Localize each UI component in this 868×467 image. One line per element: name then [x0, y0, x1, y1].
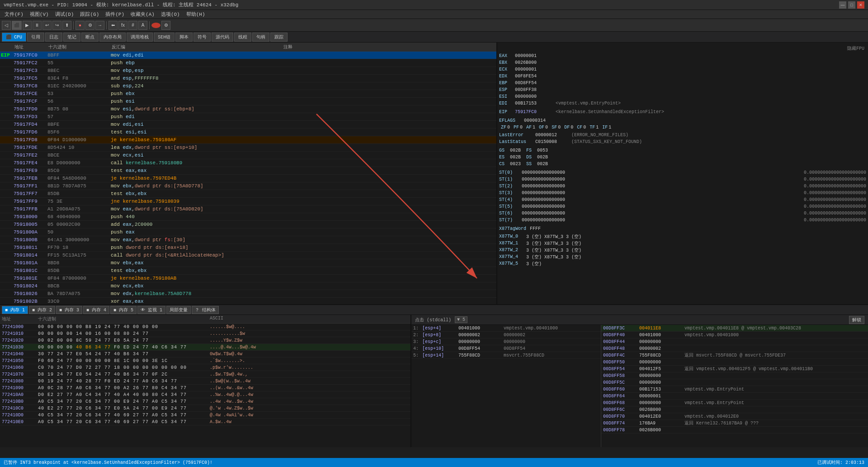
- tab-log[interactable]: 日志: [45, 33, 62, 42]
- table-row[interactable]: 75917FF9 75 3E jne kernelbase.75918039: [0, 198, 496, 205]
- table-row[interactable]: 75917FD6 85F6 test esi,esi: [0, 129, 496, 136]
- tab-cpu[interactable]: ⬛ CPU: [2, 33, 26, 42]
- list-item[interactable]: 1: [esp+4] 00401000 vmptest.vmp.00401000: [411, 325, 601, 332]
- table-row[interactable]: 75917FE2 8BCE mov ecx,esi: [0, 152, 496, 159]
- table-row[interactable]: 75917FD4 8BFE mov edi,esi: [0, 121, 496, 129]
- list-item[interactable]: 00D8FF48 00000002: [601, 345, 868, 352]
- list-item[interactable]: 00D8FF58 00000000: [601, 372, 868, 379]
- table-row[interactable]: 75918026 BA 78D7A075 mov edx,kernelbase.…: [0, 290, 496, 298]
- list-item[interactable]: 77241000 00 00 00 00 00 B8 19 24 77 40 0…: [0, 324, 410, 330]
- tb-step-out[interactable]: ⬆: [62, 21, 71, 30]
- menu-trace[interactable]: 跟踪(G): [77, 10, 102, 19]
- table-row[interactable]: 7591801C 85DB test ebx,ebx: [0, 267, 496, 275]
- list-item[interactable]: 77241030 00 00 00 00 40 B6 34 77 F0 ED 2…: [0, 344, 410, 351]
- list-item[interactable]: 77241060 C0 70 24 77 D0 72 27 77 18 00 0…: [0, 364, 410, 371]
- fp-label[interactable]: 隐藏FPU: [499, 44, 866, 52]
- menu-options[interactable]: 选项(O): [158, 10, 183, 19]
- tab-trace2[interactable]: 跟踪: [270, 33, 288, 42]
- reg-val-eflags[interactable]: 00000314: [524, 118, 565, 123]
- list-item[interactable]: 00D8FF4C 755F88CD 返回 msvcrt.755F88CD @ m…: [601, 352, 868, 359]
- menu-fav[interactable]: 收藏夹(A): [128, 10, 157, 19]
- table-row[interactable]: 75917FD3 57 push edi: [0, 113, 496, 121]
- table-row[interactable]: 75918011 FF70 18 push dword ptr ds:[eax+…: [0, 244, 496, 252]
- tab-mem4[interactable]: ■ 内存 4: [83, 306, 109, 314]
- table-row[interactable]: 75918005 05 00002C00 add eax,2C0000: [0, 221, 496, 229]
- tab-memlayout[interactable]: 内存布局: [99, 33, 126, 42]
- tab-mem2[interactable]: ■ 内存 2: [29, 306, 55, 314]
- reg-val-esp[interactable]: 00D8FF38: [515, 87, 556, 92]
- tab-notes[interactable]: 笔记: [63, 33, 80, 42]
- list-item[interactable]: 77241010 00 00 00 00 14 00 16 00 08 80 2…: [0, 330, 410, 337]
- list-item[interactable]: 5: [esp+14] 755F88CD msvcrt.755F88CD: [411, 352, 601, 359]
- tb-options[interactable]: ⚙: [161, 21, 170, 30]
- table-row[interactable]: 75917FE4 E8 D0000000 call kernelbase.759…: [0, 159, 496, 167]
- list-item[interactable]: 772410C0 40 E2 27 77 20 C6 34 77 E0 5A 2…: [0, 405, 410, 412]
- tb-bp[interactable]: ●: [75, 21, 85, 30]
- tb-restart[interactable]: ◁: [2, 21, 11, 30]
- menu-debug[interactable]: 调试(D): [52, 10, 77, 19]
- table-row[interactable]: 75917FCF 56 push esi: [0, 98, 496, 105]
- list-item[interactable]: 77241090 A0 0C 28 77 A0 C6 34 77 00 A2 2…: [0, 385, 410, 391]
- stack-unlock-button[interactable]: 解锁: [849, 316, 864, 324]
- lasterr-val[interactable]: 00000012: [535, 133, 571, 138]
- list-item[interactable]: 00D8FF60 00B17153 vmptest.vmp.EntryPoint: [601, 386, 868, 393]
- tb-stop[interactable]: ⬛: [12, 21, 22, 30]
- reg-val-eip[interactable]: 75917FC0: [515, 110, 556, 114]
- table-row[interactable]: 75917FEB 0F84 5A6D0600 je kernelbase.759…: [0, 175, 496, 182]
- tab-locals[interactable]: 局部变量: [166, 306, 191, 314]
- list-item[interactable]: 2: [esp+8] 00000002 00000002: [411, 332, 601, 338]
- tab-threads[interactable]: 线程: [234, 33, 251, 42]
- list-item[interactable]: 00D8FF3C 004011E8 vmptest.vmp.004011E8 @…: [601, 325, 868, 332]
- reg-val-ebp[interactable]: 00D8FF54: [515, 81, 556, 86]
- tb-pause[interactable]: ⏸: [33, 21, 42, 30]
- table-row[interactable]: 75918000 68 40040000 push 440: [0, 213, 496, 221]
- table-row[interactable]: 75917FD0 8B75 08 mov esi,dword ptr ss:[e…: [0, 105, 496, 113]
- table-row[interactable]: 7591801A 8BD8 mov ebx,eax: [0, 259, 496, 267]
- menu-help[interactable]: 帮助(H): [184, 10, 208, 19]
- disasm-scroll[interactable]: 地址 十六进制 反汇编 注释 EIP 75917FC0 8BFF mov edi…: [0, 43, 496, 304]
- table-row[interactable]: 75917FD8 0F84 D1000000 je kernelbase.759…: [0, 136, 496, 144]
- table-row[interactable]: 75917FCE 53 push ebx: [0, 90, 496, 98]
- table-row[interactable]: 75917FC2 55 push ebp: [0, 59, 496, 67]
- list-item[interactable]: 00D8FF44 00000000: [601, 338, 868, 345]
- list-item[interactable]: 772410A0 D0 E2 27 77 A0 C4 34 77 40 A4 4…: [0, 391, 410, 398]
- tb-trace[interactable]: →: [95, 21, 104, 30]
- list-item[interactable]: 00D8FF6C 0026B000: [601, 406, 868, 413]
- tb-goto[interactable]: ⬅: [108, 21, 118, 30]
- tb-hash[interactable]: #: [128, 21, 137, 30]
- reg-val-edi[interactable]: 00B17153: [515, 101, 556, 106]
- list-item[interactable]: 00D8FF50 00000000: [601, 359, 868, 366]
- tab-watch1[interactable]: 👁 监视 1: [137, 306, 165, 314]
- table-row[interactable]: 7591801E 0F84 87000000 je kernelbase.759…: [0, 275, 496, 282]
- tab-struct[interactable]: ？ 结构体: [192, 306, 219, 314]
- table-row[interactable]: 75918024 8BCB mov ecx,ebx: [0, 282, 496, 290]
- reg-val-edx[interactable]: 00F8FE54: [515, 74, 556, 79]
- tab-handles[interactable]: 句柄: [252, 33, 269, 42]
- raw-stack-panel[interactable]: 00D8FF3C 004011E8 vmptest.vmp.004011E8 @…: [601, 325, 868, 447]
- reg-val-ecx[interactable]: 00000001: [515, 67, 556, 72]
- tab-bp[interactable]: 断点: [81, 33, 99, 42]
- tb-run[interactable]: ▶: [23, 21, 32, 30]
- tab-symbols[interactable]: 符号: [193, 33, 211, 42]
- disasm-row-eip[interactable]: EIP 75917FC0 8BFF mov edi,edi: [0, 52, 496, 59]
- tab-seh[interactable]: SEH链: [154, 33, 175, 42]
- list-item[interactable]: 772410D0 40 C5 34 77 20 C6 34 77 40 69 2…: [0, 412, 410, 419]
- tab-mem3[interactable]: ■ 内存 3: [56, 306, 82, 314]
- list-item[interactable]: 3: [esp+c] 00000000 00000000: [411, 338, 601, 345]
- tb-log[interactable]: [151, 23, 160, 28]
- table-row[interactable]: 75917FC3 8BEC mov ebp,esp: [0, 67, 496, 75]
- list-item[interactable]: 772410E0 A0 C5 34 77 20 C6 34 77 40 69 2…: [0, 419, 410, 425]
- tb-mem-bp[interactable]: ⚙: [85, 21, 94, 30]
- table-row[interactable]: 7591800A 50 push eax: [0, 229, 496, 236]
- close-button[interactable]: ✕: [857, 1, 864, 9]
- list-item[interactable]: 00D8FF64 00000001: [601, 393, 868, 400]
- list-item[interactable]: 00D8FF78 0026B000: [601, 427, 868, 434]
- table-row[interactable]: 75917FDE 8D5424 10 lea edx,dword ptr ss:…: [0, 144, 496, 152]
- table-row[interactable]: 75917FC8 81EC 24020000 sub esp,224: [0, 82, 496, 90]
- list-item[interactable]: 77241020 00 02 00 00 8C 59 24 77 E0 5A 2…: [0, 337, 410, 344]
- menu-file[interactable]: 文件(F): [2, 10, 26, 19]
- tb-step-over[interactable]: ↪: [52, 21, 61, 30]
- reg-val-ebx[interactable]: 0026B000: [515, 60, 556, 65]
- memory-content[interactable]: 77241000 00 00 00 00 00 B8 19 24 77 40 0…: [0, 324, 410, 447]
- list-item[interactable]: 77241050 F0 60 24 77 00 00 00 00 8E 1C 0…: [0, 357, 410, 364]
